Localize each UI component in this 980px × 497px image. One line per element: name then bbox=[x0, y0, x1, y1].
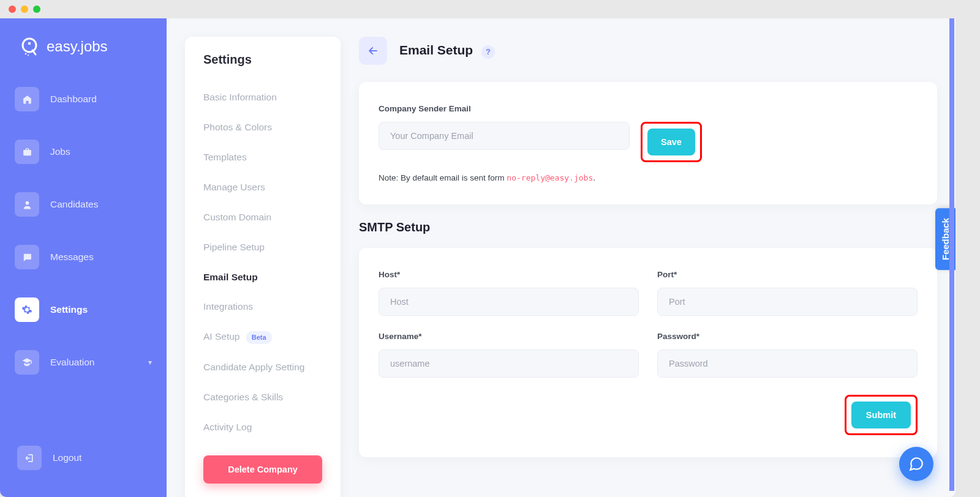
settings-item-categories-skills[interactable]: Categories & Skills bbox=[203, 383, 322, 413]
nav-label: Settings bbox=[50, 304, 88, 315]
smtp-section-title: SMTP Setup bbox=[359, 220, 937, 234]
settings-item-integrations[interactable]: Integrations bbox=[203, 292, 322, 322]
chat-launcher[interactable] bbox=[899, 447, 933, 481]
save-highlight: Save bbox=[641, 122, 702, 162]
back-button[interactable] bbox=[359, 37, 387, 65]
nav-label: Jobs bbox=[50, 146, 70, 157]
svg-point-0 bbox=[23, 39, 36, 52]
settings-title: Settings bbox=[185, 53, 341, 72]
nav-evaluation[interactable]: Evaluation ▾ bbox=[12, 342, 154, 383]
nav-settings[interactable]: Settings bbox=[12, 289, 154, 331]
brand-icon bbox=[18, 36, 40, 58]
submit-highlight: Submit bbox=[845, 395, 918, 435]
host-label: Host* bbox=[379, 270, 639, 279]
port-input[interactable] bbox=[657, 288, 918, 316]
company-email-input[interactable] bbox=[379, 122, 630, 150]
username-input[interactable] bbox=[379, 349, 639, 378]
settings-item-templates[interactable]: Templates bbox=[203, 143, 322, 173]
settings-item-candidate-apply[interactable]: Candidate Apply Setting bbox=[203, 353, 322, 383]
settings-subnav: Settings Basic Information Photos & Colo… bbox=[185, 37, 341, 497]
username-label: Username* bbox=[379, 332, 639, 341]
sidebar: easy.jobs Dashboard Jobs Candidates Mes bbox=[0, 18, 167, 497]
settings-item-photos-colors[interactable]: Photos & Colors bbox=[203, 113, 322, 143]
beta-badge: Beta bbox=[246, 331, 272, 344]
main-content: Email Setup ? Company Sender Email Save … bbox=[359, 37, 937, 479]
sender-note: Note: By default email is sent form no-r… bbox=[379, 173, 918, 182]
delete-company-button[interactable]: Delete Company bbox=[203, 455, 322, 484]
svg-point-2 bbox=[25, 53, 27, 55]
help-icon[interactable]: ? bbox=[481, 45, 495, 59]
settings-item-email-setup[interactable]: Email Setup bbox=[203, 263, 322, 293]
logout-icon bbox=[17, 446, 42, 470]
nav-label: Dashboard bbox=[50, 94, 97, 105]
settings-item-basic-information[interactable]: Basic Information bbox=[203, 83, 322, 113]
sender-email-card: Company Sender Email Save Note: By defau… bbox=[359, 82, 937, 204]
default-email-code: no-reply@easy.jobs bbox=[507, 173, 593, 182]
svg-point-3 bbox=[28, 54, 29, 56]
settings-item-pipeline-setup[interactable]: Pipeline Setup bbox=[203, 233, 322, 263]
nav-label: Logout bbox=[53, 452, 81, 463]
briefcase-icon bbox=[15, 140, 39, 164]
password-input[interactable] bbox=[657, 349, 918, 378]
nav-label: Evaluation bbox=[50, 357, 94, 368]
nav-label: Messages bbox=[50, 252, 94, 263]
brand-logo[interactable]: easy.jobs bbox=[0, 31, 167, 72]
save-button[interactable]: Save bbox=[647, 129, 695, 155]
window-close-dot[interactable] bbox=[9, 6, 16, 13]
chevron-down-icon: ▾ bbox=[148, 358, 152, 367]
window-maximize-dot[interactable] bbox=[33, 6, 40, 13]
submit-button[interactable]: Submit bbox=[851, 402, 911, 428]
nav-dashboard[interactable]: Dashboard bbox=[12, 78, 154, 120]
settings-item-ai-setup[interactable]: AI Setup Beta bbox=[203, 322, 322, 352]
home-icon bbox=[15, 87, 39, 111]
port-label: Port* bbox=[657, 270, 918, 279]
scrollbar[interactable] bbox=[949, 18, 954, 491]
chat-icon bbox=[15, 245, 39, 269]
host-input[interactable] bbox=[379, 288, 639, 316]
settings-item-label: AI Setup bbox=[203, 331, 239, 342]
primary-nav: Dashboard Jobs Candidates Messages Setti… bbox=[0, 72, 167, 431]
brand-name: easy.jobs bbox=[47, 38, 108, 55]
svg-point-1 bbox=[28, 42, 31, 45]
nav-jobs[interactable]: Jobs bbox=[12, 131, 154, 173]
nav-label: Candidates bbox=[50, 199, 98, 210]
sender-email-label: Company Sender Email bbox=[379, 104, 918, 113]
window-minimize-dot[interactable] bbox=[21, 6, 28, 13]
settings-item-activity-log[interactable]: Activity Log bbox=[203, 413, 322, 443]
nav-messages[interactable]: Messages bbox=[12, 236, 154, 278]
window-titlebar bbox=[0, 0, 956, 18]
gear-icon bbox=[15, 297, 39, 322]
page-title: Email Setup ? bbox=[399, 43, 495, 59]
nav-candidates[interactable]: Candidates bbox=[12, 184, 154, 225]
user-icon bbox=[15, 192, 39, 217]
settings-item-custom-domain[interactable]: Custom Domain bbox=[203, 203, 322, 233]
settings-item-manage-users[interactable]: Manage Users bbox=[203, 173, 322, 203]
graduation-icon bbox=[15, 350, 39, 375]
password-label: Password* bbox=[657, 332, 918, 341]
nav-logout[interactable]: Logout bbox=[15, 437, 152, 479]
svg-point-4 bbox=[25, 201, 29, 204]
smtp-card: Host* Port* Username* Password* bbox=[359, 248, 937, 457]
